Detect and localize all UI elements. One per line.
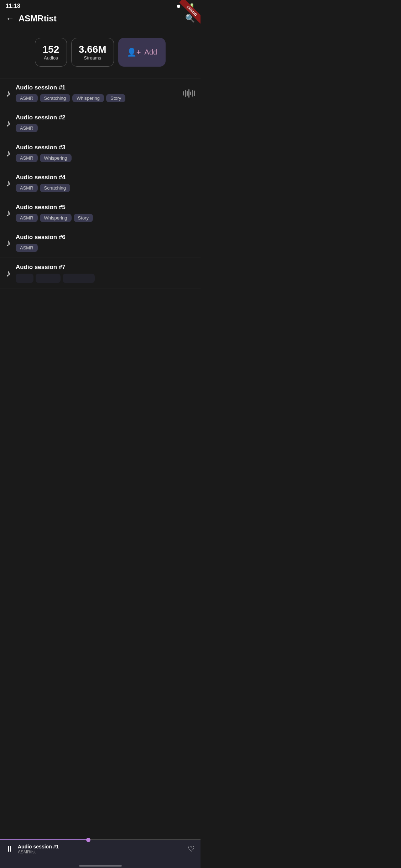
app-header: ← ASMRtist 🔍 [0, 11, 200, 29]
tag-placeholder [16, 274, 33, 283]
session-tag: Scratching [40, 184, 70, 192]
session-tags: ASMR [16, 244, 195, 252]
session-item-5[interactable]: ♪Audio session #5ASMRWhisperingStory [0, 198, 200, 228]
session-item-2[interactable]: ♪Audio session #2ASMR [0, 108, 200, 138]
session-content: Audio session #7 [16, 264, 195, 283]
session-content: Audio session #3ASMRWhispering [16, 144, 195, 162]
session-tag: Whispering [72, 94, 104, 102]
audios-count: 152 [42, 44, 59, 55]
session-content: Audio session #4ASMRScratching [16, 174, 195, 192]
session-tags: ASMRWhisperingStory [16, 214, 195, 222]
tag-placeholder [36, 274, 61, 283]
session-item-4[interactable]: ♪Audio session #4ASMRScratching [0, 168, 200, 198]
session-content: Audio session #6ASMR [16, 234, 195, 252]
session-title: Audio session #7 [16, 264, 195, 271]
streams-count: 3.66M [79, 44, 106, 55]
session-tag: Whispering [40, 154, 72, 162]
session-tag: ASMR [16, 94, 38, 102]
session-tags [16, 274, 195, 283]
session-tags: ASMR [16, 124, 195, 132]
debug-badge: DEBUG [172, 0, 200, 29]
page-title: ASMRtist [19, 14, 185, 24]
session-item-7[interactable]: ♪Audio session #7 [0, 258, 200, 289]
audios-label: Audios [42, 55, 59, 61]
session-list: ♪Audio session #1ASMRScratchingWhisperin… [0, 78, 200, 317]
session-title: Audio session #3 [16, 144, 195, 151]
session-title: Audio session #5 [16, 204, 195, 211]
session-content: Audio session #5ASMRWhisperingStory [16, 204, 195, 222]
session-tag: ASMR [16, 124, 38, 132]
session-tags: ASMRWhispering [16, 154, 195, 162]
back-button[interactable]: ← [6, 14, 14, 24]
session-item-6[interactable]: ♪Audio session #6ASMR [0, 228, 200, 258]
add-person-icon: 👤+ [127, 48, 141, 57]
session-tags: ASMRScratching [16, 184, 195, 192]
session-title: Audio session #4 [16, 174, 195, 181]
session-tag: Story [106, 94, 125, 102]
session-content: Audio session #2ASMR [16, 114, 195, 132]
stats-section: 152 Audios 3.66M Streams 👤+ Add [0, 29, 200, 78]
session-item-3[interactable]: ♪Audio session #3ASMRWhispering [0, 138, 200, 168]
session-title: Audio session #1 [16, 84, 195, 91]
add-button[interactable]: 👤+ Add [118, 38, 166, 67]
add-label: Add [145, 48, 157, 56]
audios-stat-card: 152 Audios [35, 38, 67, 67]
session-tag: ASMR [16, 244, 38, 252]
session-tag: ASMR [16, 214, 38, 222]
music-note-icon: ♪ [6, 237, 11, 249]
session-tag: Story [74, 214, 93, 222]
session-title: Audio session #2 [16, 114, 195, 121]
session-tag: Whispering [40, 214, 72, 222]
status-time: 11:18 [6, 3, 20, 9]
waveform-icon [183, 89, 195, 98]
status-bar: 11:18 ⏺ ▼ 🔋 [0, 0, 200, 11]
session-content: Audio session #1ASMRScratchingWhispering… [16, 84, 195, 102]
session-tag: ASMR [16, 184, 38, 192]
session-item-1[interactable]: ♪Audio session #1ASMRScratchingWhisperin… [0, 78, 200, 108]
music-note-icon: ♪ [6, 268, 11, 279]
music-note-icon: ♪ [6, 207, 11, 219]
session-tags: ASMRScratchingWhisperingStory [16, 94, 195, 102]
music-note-icon: ♪ [6, 118, 11, 129]
session-tag: ASMR [16, 154, 38, 162]
music-note-icon: ♪ [6, 177, 11, 189]
streams-label: Streams [79, 55, 106, 61]
music-note-icon: ♪ [6, 148, 11, 159]
streams-stat-card: 3.66M Streams [71, 38, 114, 67]
music-note-icon: ♪ [6, 88, 11, 99]
session-tag: Scratching [40, 94, 70, 102]
tag-placeholder [63, 274, 95, 283]
session-title: Audio session #6 [16, 234, 195, 241]
